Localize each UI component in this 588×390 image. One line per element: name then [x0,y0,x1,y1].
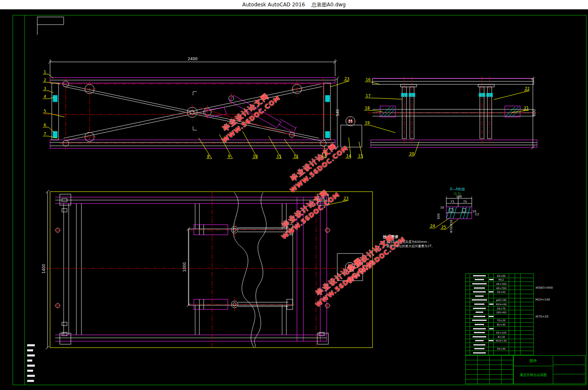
callout-label: 23 [344,196,348,201]
bom-row: 55×70 [466,306,533,311]
bom-note: 对70×20 [535,315,549,319]
callout-label: 14 [346,154,351,158]
dim-2400: 2400 [188,57,198,61]
title-block: 部件 液压升降台总装图 [465,355,585,384]
plan-cylinder-bottom [189,298,295,311]
bom-row [466,315,533,319]
bom-row [466,294,533,298]
drawing-title: 液压升降台总装图 [514,366,553,384]
dim-73: 73 [451,200,454,203]
callout-label: 2 [44,78,46,82]
bom-row: φ45×90 [466,298,533,303]
window-title-bar: Autodesk AutoCAD 2016 总装图A0.dwg [0,0,588,10]
bom-row: 40×700 [466,286,533,290]
callout-label: 23 [344,77,349,81]
dim-75: 75 [463,200,467,203]
title-block-right-grid [553,356,585,384]
callout-label: 21 [524,106,529,110]
bom-row: 45×45 [466,347,533,351]
bom-row: 70×20 [466,319,533,323]
dim-1000: 1000 [182,262,187,272]
bom-row: 45×45 [466,290,533,294]
bom-note: 对GB3×940 [535,286,553,290]
bom-row: 65×145 [466,331,533,335]
bom-row: 60×60 [466,274,533,278]
callout-leader [43,113,64,117]
callout-label: 3 [44,86,46,91]
dim-600-detail: 600 [437,213,440,219]
bom-row [466,351,533,355]
callout-label: 1 [44,70,46,74]
revision-strip [27,344,35,382]
dimension-side-height: 600 [531,77,536,149]
callout-leader [364,110,383,111]
callout-label: 17 [366,94,370,98]
target-markers [54,227,331,309]
callout-label: 22 [525,86,529,91]
callout-leader [494,91,529,100]
part-type-label: 部件 [514,356,553,366]
callout-leader [365,98,402,99]
callout-label: 19 [365,121,370,125]
callout-label: 25 [441,225,446,229]
dim-180: 180 [456,195,462,198]
title-block-center: 部件 液压升降台总装图 [514,356,553,384]
callout-label: 11 [277,154,281,159]
bom-row: M24×60 [466,302,533,306]
callout-label: 7 [44,132,46,136]
chamfer-label: C2 [475,213,479,216]
bom-row: M10×35 [466,339,533,343]
dim-600: 600 [532,109,536,116]
callout-leader [330,81,349,87]
title-block-signature-grid [466,356,514,384]
dimension-plan-length: 1400 [42,190,49,349]
front-view: 2400 [45,57,362,150]
parts-list-table: 60×60M1245×10040×70045×45φ45×90M24×6055×… [465,273,534,355]
callout-label: 15 [358,154,363,158]
callout-leader [364,125,395,133]
bom-row: 45×100 [466,282,533,286]
bom-row [466,343,533,347]
detail-title: A—A剖面 [450,187,465,191]
callout-label: 4 [44,95,46,99]
dim-540: 540 [336,109,340,116]
callout-label: 8 [207,154,210,159]
callout-label: 12 [294,154,298,159]
bom-row [466,327,533,331]
bom-row: M12 [466,278,533,282]
dimension-front-width: 2400 [48,57,337,76]
callout-label: 6 [44,123,46,127]
side-view: 600 [368,76,539,149]
callout-label: 20 [409,152,414,156]
callout-label: 16 [366,78,371,82]
dim-1400: 1400 [42,264,46,273]
bom-row: 165×60 [466,310,533,315]
bore-label: Φ70/Φ16 [450,220,453,233]
callout-label: 24 [430,224,435,228]
callout-label: 9 [228,154,230,159]
callout-label: 10 [253,154,258,159]
cad-canvas[interactable]: 2400 [0,9,588,390]
plan-view: 1400 1000 M [42,190,373,349]
bom-row: 8×18 [466,335,533,339]
callout-label: 18 [365,106,370,110]
bom-note: M24×140 [535,298,550,301]
window-title: Autodesk AutoCAD 2016 总装图A0.dwg [242,1,346,8]
bom-row: 82×45 [466,323,533,327]
callout-label: 5 [44,109,46,113]
dim-10-left: 10 [440,206,444,209]
